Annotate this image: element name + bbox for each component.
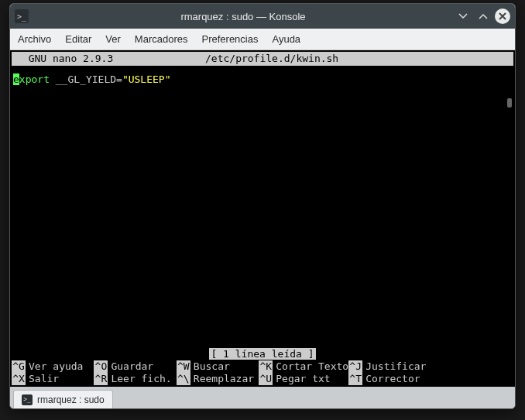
- shortcut-search: ^WBuscar: [177, 360, 259, 373]
- terminal-icon: >_: [22, 394, 33, 405]
- konsole-window: >_ rmarquez : sudo — Konsole Archivo Edi…: [9, 3, 516, 409]
- nano-shortcuts: ^GVer ayuda ^OGuardar ^WBuscar ^KCortar …: [12, 360, 513, 385]
- shortcut-replace: ^\Reemplazar: [177, 373, 259, 385]
- shortcut-help: ^GVer ayuda: [12, 360, 94, 373]
- shortcut-writeout: ^OGuardar: [94, 360, 176, 373]
- terminal-view[interactable]: GNU nano 2.9.3 /etc/profile.d/kwin.sh ex…: [10, 50, 515, 387]
- var-assign: __GL_YIELD=: [56, 73, 122, 85]
- close-button[interactable]: [495, 9, 510, 24]
- nano-status-line: [ 1 línea leída ]: [12, 348, 513, 360]
- window-title: rmarquez : sudo — Konsole: [35, 11, 451, 22]
- menubar: Archivo Editar Ver Marcadores Preferenci…: [10, 29, 515, 50]
- maximize-button[interactable]: [475, 8, 492, 25]
- minimize-button[interactable]: [455, 8, 472, 25]
- shortcut-readfile: ^RLeer fich.: [94, 373, 176, 385]
- tab-label: rmarquez : sudo: [37, 394, 105, 405]
- nano-app-name: GNU nano 2.9.3: [12, 53, 113, 65]
- string-literal: "USLEEP": [122, 73, 171, 85]
- shortcut-spell: ^TCorrector: [348, 373, 431, 385]
- chevron-down-icon: [458, 11, 468, 22]
- shortcut-paste: ^UPegar txt: [259, 373, 348, 385]
- shortcut-exit: ^XSalir: [12, 373, 94, 385]
- menu-ayuda[interactable]: Ayuda: [272, 33, 300, 45]
- editor-content[interactable]: export __GL_YIELD="USLEEP": [12, 66, 513, 86]
- menu-preferencias[interactable]: Preferencias: [201, 33, 258, 45]
- tab-active[interactable]: >_ rmarquez : sudo: [13, 390, 113, 408]
- nano-titlebar: GNU nano 2.9.3 /etc/profile.d/kwin.sh: [12, 52, 513, 66]
- chevron-up-icon: [478, 11, 489, 22]
- menu-editar[interactable]: Editar: [65, 33, 91, 45]
- menu-ver[interactable]: Ver: [105, 33, 121, 45]
- shortcut-cut: ^KCortar Texto: [259, 360, 348, 373]
- menu-marcadores[interactable]: Marcadores: [135, 33, 188, 45]
- menu-archivo[interactable]: Archivo: [18, 33, 51, 45]
- tab-bar: >_ rmarquez : sudo: [10, 387, 515, 408]
- scrollbar-thumb[interactable]: [507, 98, 512, 108]
- nano-file-path: /etc/profile.d/kwin.sh: [205, 53, 338, 65]
- close-icon: [498, 12, 507, 21]
- titlebar[interactable]: >_ rmarquez : sudo — Konsole: [10, 4, 515, 29]
- cursor: e: [13, 73, 19, 85]
- shortcut-justify: ^JJustificar: [348, 360, 431, 373]
- keyword: xport: [19, 73, 56, 85]
- app-icon: >_: [15, 9, 29, 23]
